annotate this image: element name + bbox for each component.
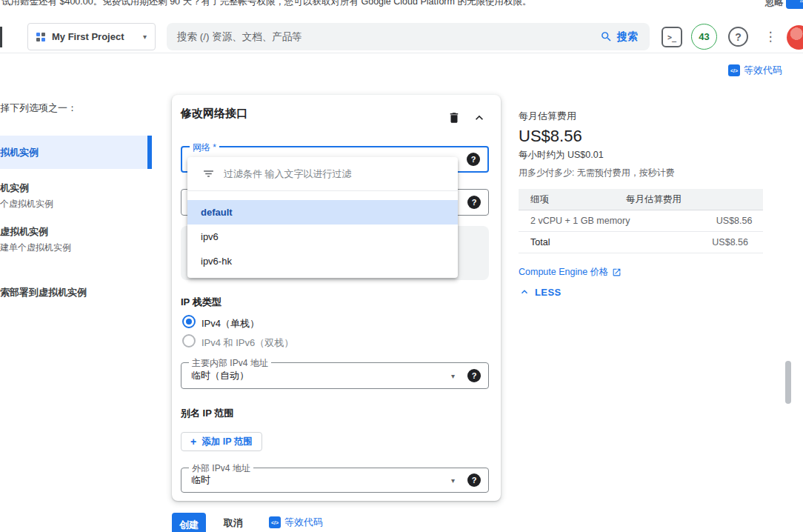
cost-total-value: US$8.56 [626,237,763,247]
equivalent-code-link-top[interactable]: </> 等效代码 [728,64,782,77]
cost-row-value: US$8.56 [630,216,767,226]
chevron-down-icon: ▾ [143,33,147,41]
alias-ip-heading: 别名 IP 范围 [181,407,233,420]
external-link-icon [612,267,622,277]
top-app-bar: My First Project ▾ 搜索 (/) 资源、文档、产品等 搜索 >… [0,10,803,53]
cancel-button[interactable]: 取消 [224,516,243,530]
menu-icon[interactable] [0,27,2,47]
external-ipv4-value: 临时 [191,473,210,487]
chevron-down-icon[interactable]: ▾ [451,476,455,485]
filter-list-icon [202,167,215,180]
project-grid-icon [36,33,45,41]
cost-table-header-cost: 每月估算费用 [626,193,763,206]
ip-stack-heading: IP 栈类型 [181,296,221,309]
cloud-shell-icon[interactable]: >_ [662,27,682,47]
sidebar-item-label: 拟机实例 [0,146,39,159]
radio-label-dual-stack[interactable]: IPv4 和 IPv6（双栈） [201,336,293,350]
sidebar-item-vm-instance-selected[interactable]: 拟机实例 [0,136,152,169]
search-button[interactable]: 搜索 [600,30,638,44]
network-dropdown-menu: 过滤条件 输入文字以进行过滤 default ipv6 ipv6-hk [187,157,458,278]
add-ip-range-label: 添加 IP 范围 [201,436,253,448]
card-title: 修改网络接口 [181,107,247,121]
network-field-label: 网络 * [190,142,219,154]
internal-ipv4-select-field[interactable]: 主要内部 IPv4 地址 临时（自动） ▾ ? [181,362,489,389]
cost-total-label: Total [519,237,626,247]
chevron-up-icon[interactable] [471,111,487,124]
banner-dismiss-link[interactable]: 忽略 [765,0,784,9]
dropdown-options: default ipv6 ipv6-hk [187,191,458,273]
sidebar-heading: 择下列选项之一： [0,102,77,115]
avatar[interactable] [787,25,803,50]
code-icon: </> [728,64,740,76]
create-button[interactable]: 创建 [172,513,206,532]
cost-hourly: 每小时约为 US$0.01 [519,149,604,162]
plus-icon: + [190,436,196,448]
project-name: My First Project [52,31,136,42]
sidebar-item-single-vm-sub[interactable]: 建单个虚拟机实例 [0,242,71,254]
help-icon[interactable]: ? [467,153,480,166]
cost-billing-note: 用多少付多少: 无需预付费用，按秒计费 [519,167,675,179]
radio-label-ipv4[interactable]: IPv4（单栈） [201,317,259,330]
global-search-field[interactable]: 搜索 (/) 资源、文档、产品等 搜索 [167,23,650,50]
external-ipv4-select-field[interactable]: 外部 IPv4 地址 临时 ▾ ? [181,468,489,493]
network-interface-card: 修改网络接口 网络 * ? ? 过滤条件 输入文字以进行过滤 default [172,95,501,501]
cost-row-item: 2 vCPU + 1 GB memory [519,216,630,226]
table-row: 2 vCPU + 1 GB memory US$8.56 [519,210,763,232]
search-button-label: 搜索 [617,30,638,44]
cost-table-header-item: 细项 [519,193,626,206]
sidebar-item-deploy-vm[interactable]: 索部署到虚拟机实例 [0,286,87,299]
cost-table: 细项 每月估算费用 2 vCPU + 1 GB memory US$8.56 T… [519,189,763,253]
less-toggle[interactable]: LESS [519,286,562,298]
sidebar-item-single-vm[interactable]: 虚拟机实例 [0,225,48,239]
dropdown-filter-row[interactable]: 过滤条件 输入文字以进行过滤 [187,157,458,191]
delete-icon[interactable] [446,110,462,126]
dropdown-filter-hint: 过滤条件 输入文字以进行过滤 [224,167,352,181]
chevron-up-icon [519,286,530,298]
radio-disabled-icon[interactable] [182,334,196,348]
sidebar-item-new-vm-sub[interactable]: 个虚拟机实例 [0,198,53,210]
dropdown-option-ipv6[interactable]: ipv6 [187,225,458,249]
banner-activate-button[interactable]: 激活 [786,0,803,9]
search-placeholder: 搜索 (/) 资源、文档、产品等 [177,30,600,44]
less-label: LESS [535,287,562,298]
help-icon[interactable]: ? [728,27,748,47]
selected-indicator-bar [147,136,152,169]
scrollbar-thumb[interactable] [785,361,791,404]
equivalent-code-link-bottom[interactable]: </> 等效代码 [269,516,323,529]
trial-banner-message: 试用赠金还有 $400.00。免费试用期还剩 90 天？有了完整帐号权限，您可以… [1,0,531,8]
cost-panel-title: 每月估算费用 [519,110,576,123]
cost-table-header: 细项 每月估算费用 [519,189,763,210]
compute-engine-pricing-link[interactable]: Compute Engine 价格 [519,266,622,279]
dropdown-option-ipv6-hk[interactable]: ipv6-hk [187,249,458,273]
sidebar-item-new-vm[interactable]: 机实例 [0,182,29,195]
chevron-down-icon[interactable]: ▾ [451,372,455,380]
trial-banner: 试用赠金还有 $400.00。免费试用期还剩 90 天？有了完整帐号权限，您可以… [0,0,803,10]
radio-selected-icon[interactable] [182,315,196,328]
session-count-badge[interactable]: 43 [691,24,717,50]
project-picker[interactable]: My First Project ▾ [27,23,156,50]
help-icon[interactable]: ? [467,473,481,487]
equivalent-code-label: 等效代码 [284,516,323,529]
add-ip-range-button[interactable]: + 添加 IP 范围 [181,432,262,451]
dropdown-option-default[interactable]: default [187,200,458,225]
pricing-link-label: Compute Engine 价格 [519,266,609,279]
help-icon[interactable]: ? [467,369,481,382]
internal-ipv4-label: 主要内部 IPv4 地址 [189,357,271,370]
code-icon: </> [269,516,281,528]
cost-amount: US$8.56 [519,127,582,146]
gcp-console: 试用赠金还有 $400.00。免费试用期还剩 90 天？有了完整帐号权限，您可以… [0,0,803,532]
more-options-icon[interactable]: ⋮ [764,25,777,48]
help-icon[interactable]: ? [467,196,481,209]
table-row-total: Total US$8.56 [519,232,763,253]
search-icon [600,30,613,43]
equivalent-code-label: 等效代码 [744,64,782,77]
internal-ipv4-value: 临时（自动） [191,369,249,382]
